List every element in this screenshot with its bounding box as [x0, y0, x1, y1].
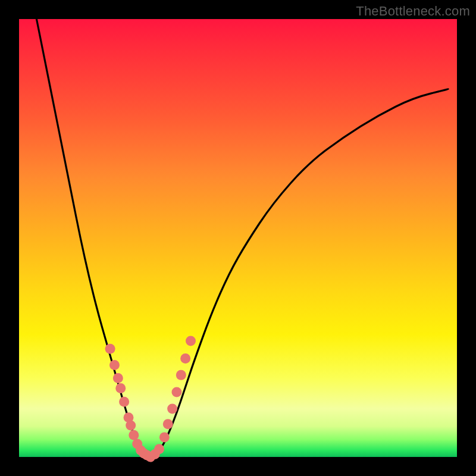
marker-dot — [115, 383, 126, 393]
marker-dot — [113, 373, 123, 383]
marker-dot — [109, 360, 120, 370]
chart-svg — [19, 19, 457, 457]
marker-dot — [105, 344, 115, 354]
marker-dot — [171, 387, 181, 397]
marker-dot — [129, 430, 139, 440]
plot-area — [19, 19, 457, 457]
bottleneck-curve — [36, 19, 448, 456]
marker-dot — [163, 419, 173, 429]
marker-dot — [186, 336, 196, 346]
outer-frame: TheBottleneck.com — [0, 0, 476, 476]
watermark-text: TheBottleneck.com — [356, 4, 470, 19]
marker-dot — [126, 421, 136, 431]
marker-dot — [154, 444, 164, 454]
marker-dot — [167, 404, 177, 414]
marker-dot — [159, 432, 170, 442]
marker-dot — [119, 397, 129, 407]
marker-dot — [180, 353, 190, 364]
marker-dot — [176, 370, 186, 380]
